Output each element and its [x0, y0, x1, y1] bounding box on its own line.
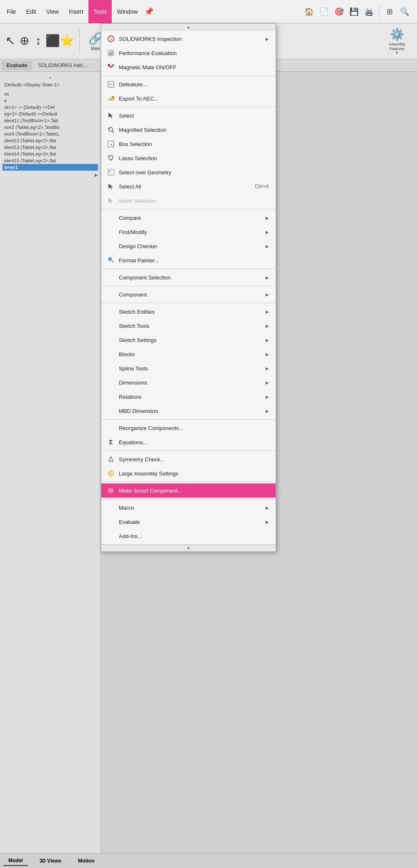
save-icon-btn[interactable]: 💾	[347, 5, 361, 18]
tree-item-nce3[interactable]: nce3 (TestBlock<1>,TableL	[3, 131, 98, 137]
item-spline-tools[interactable]: Spline Tools ▶	[101, 361, 276, 375]
sw-inspect-arrow: ▶	[266, 37, 269, 41]
item-dimensions[interactable]: Dimensions ▶	[101, 375, 276, 390]
dimensions-icon	[106, 378, 116, 387]
tree-item-display-state[interactable]: (Default) <Display State-1>	[3, 81, 98, 88]
item-format-painter[interactable]: Format Painter...	[101, 253, 276, 267]
tree-item-tener1[interactable]: tener1	[3, 164, 98, 171]
macro-arrow: ▶	[266, 506, 269, 510]
section-defeature: Defeature... AEC Export To AEC...	[101, 76, 276, 107]
dimensions-label: Dimensions	[119, 380, 264, 386]
statusbar: Model 3D Views Motion	[0, 853, 417, 868]
item-perf-eval[interactable]: Performance Evaluation	[101, 46, 276, 60]
sketch-tools-icon	[106, 321, 116, 330]
menu-tools[interactable]: Tools	[88, 0, 112, 23]
item-blocks[interactable]: Blocks ▶	[101, 347, 276, 361]
arrow2-btn[interactable]: ↕	[32, 26, 45, 57]
item-evaluate[interactable]: Evaluate ▶	[101, 515, 276, 529]
item-relations[interactable]: Relations ▶	[101, 390, 276, 404]
zoom-icon-btn[interactable]: 🔍	[398, 5, 411, 18]
tree-item-ident14[interactable]: ident14 (TableLeg<2>,flat	[3, 151, 98, 157]
item-compare[interactable]: Compare ▶	[101, 211, 276, 225]
box-selection-label: Box Selection	[119, 141, 269, 147]
tree-item-eg[interactable]: eg<2> (Default) <<Default	[3, 111, 98, 117]
menu-insert[interactable]: Insert	[64, 0, 88, 23]
item-magnified-selection[interactable]: Magnified Selection	[101, 123, 276, 137]
item-symmetry-check[interactable]: Symmetry Check...	[101, 452, 276, 466]
item-lasso-selection[interactable]: Lasso Selection	[101, 151, 276, 165]
tree-item-ident15[interactable]: ident15 (TableLeg<2>,flat	[3, 157, 98, 164]
star-btn[interactable]: ⭐	[60, 26, 73, 57]
item-mbd-dimension[interactable]: MBD Dimension ▶	[101, 404, 276, 418]
item-component[interactable]: Component ▶	[101, 287, 276, 302]
menu-view[interactable]: View	[41, 0, 64, 23]
tree-item-ident11[interactable]: ident11 (TestBlock<1>,Tab	[3, 117, 98, 124]
svg-point-6	[112, 64, 114, 66]
tree-item-ident13[interactable]: ident13 (TableLeg<2>,flat	[3, 144, 98, 151]
tree-item-nce2[interactable]: nce2 (TableLeg<2>,TestBlo	[3, 124, 98, 131]
select-arrow-btn[interactable]: ↖	[3, 26, 17, 57]
menu-edit[interactable]: Edit	[21, 0, 41, 23]
invert-sel-icon	[106, 196, 116, 205]
status-tab-motion[interactable]: Motion	[73, 856, 99, 865]
print-icon-btn[interactable]: 🖨️	[362, 5, 376, 18]
item-defeature[interactable]: Defeature...	[101, 77, 276, 91]
tree-item-ident12[interactable]: ident12 (TableLeg<2>,flat	[3, 137, 98, 144]
item-component-selection[interactable]: Component Selection ▶	[101, 270, 276, 284]
sketch-settings-label: Sketch Settings	[119, 337, 264, 343]
item-select-over-geometry[interactable]: Select over Geometry	[101, 165, 276, 179]
svg-marker-11	[108, 113, 113, 118]
item-make-smart-component[interactable]: Make Smart Component...	[101, 483, 276, 498]
item-export-aec[interactable]: AEC Export To AEC...	[101, 91, 276, 106]
svg-point-5	[108, 64, 110, 66]
find-modify-label: Find/Modify	[119, 229, 264, 235]
magnified-selection-label: Magnified Selection	[119, 127, 269, 133]
new-icon-btn[interactable]: 📄	[317, 5, 331, 18]
item-box-selection[interactable]: Box Selection	[101, 137, 276, 151]
item-sketch-entities[interactable]: Sketch Entities ▶	[101, 304, 276, 319]
menu-file[interactable]: File	[2, 0, 21, 23]
tools-dropdown: ▲ i SOLIDWORKS Inspection ▶ Performance …	[101, 23, 276, 552]
scroll-down-btn[interactable]: ▼	[101, 545, 276, 551]
grid-icon-btn[interactable]: ⊞	[383, 5, 396, 18]
dot-btn[interactable]: ⊕	[18, 26, 31, 57]
tab-addins[interactable]: SOLIDWORKS Add-...	[33, 61, 93, 70]
star-icon: ⭐	[60, 34, 74, 48]
assembly-features-button[interactable]: ⚙️ Assembly Features ▼	[380, 26, 414, 57]
settings-icon-btn[interactable]: 🎯	[332, 5, 346, 18]
spline-tools-arrow: ▶	[266, 366, 269, 371]
svg-point-27	[110, 473, 112, 474]
item-select-all[interactable]: Select All Ctrl+A	[101, 179, 276, 194]
item-select[interactable]: Select	[101, 108, 276, 123]
item-design-checker[interactable]: Design Checker ▶	[101, 239, 276, 253]
item-macro[interactable]: Macro ▶	[101, 501, 276, 515]
tab-evaluate[interactable]: Evaluate	[2, 61, 32, 70]
select-all-shortcut: Ctrl+A	[255, 184, 269, 189]
item-sw-inspection[interactable]: i SOLIDWORKS Inspection ▶	[101, 32, 276, 46]
divider1	[79, 29, 80, 54]
scroll-up-btn[interactable]: ▲	[101, 24, 276, 30]
perf-eval-label: Performance Evaluation	[119, 50, 269, 56]
menu-window[interactable]: Window	[112, 0, 143, 23]
tree-item-ck[interactable]: ck<1> -> (Default) <<Def	[3, 104, 98, 111]
select-all-icon	[106, 182, 116, 191]
home-icon-btn[interactable]: 🏠	[302, 5, 316, 18]
component-arrow: ▶	[266, 292, 269, 297]
magnetic-mate-label: Magnetic Mate ON/OFF	[119, 64, 269, 70]
svg-rect-23	[108, 257, 112, 261]
tree-item-ns[interactable]: ns	[3, 91, 98, 97]
item-reorganize[interactable]: Reorganize Components...	[101, 421, 276, 435]
item-sketch-tools[interactable]: Sketch Tools ▶	[101, 319, 276, 333]
format-painter-label: Format Painter...	[119, 257, 269, 264]
item-add-ins[interactable]: Add-Ins...	[101, 529, 276, 543]
item-sketch-settings[interactable]: Sketch Settings ▶	[101, 333, 276, 347]
status-tab-model[interactable]: Model	[3, 856, 28, 866]
status-tab-3d-views[interactable]: 3D Views	[35, 856, 66, 865]
item-large-assembly-settings[interactable]: Large Assembly Settings	[101, 466, 276, 481]
item-magnetic-mate[interactable]: Magnetic Mate ON/OFF	[101, 60, 276, 74]
item-equations[interactable]: Σ Equations...	[101, 435, 276, 449]
cube-btn[interactable]: ⬛	[46, 26, 59, 57]
tree-item-e[interactable]: e	[3, 97, 98, 104]
svg-marker-20	[109, 171, 111, 173]
item-find-modify[interactable]: Find/Modify ▶	[101, 225, 276, 239]
